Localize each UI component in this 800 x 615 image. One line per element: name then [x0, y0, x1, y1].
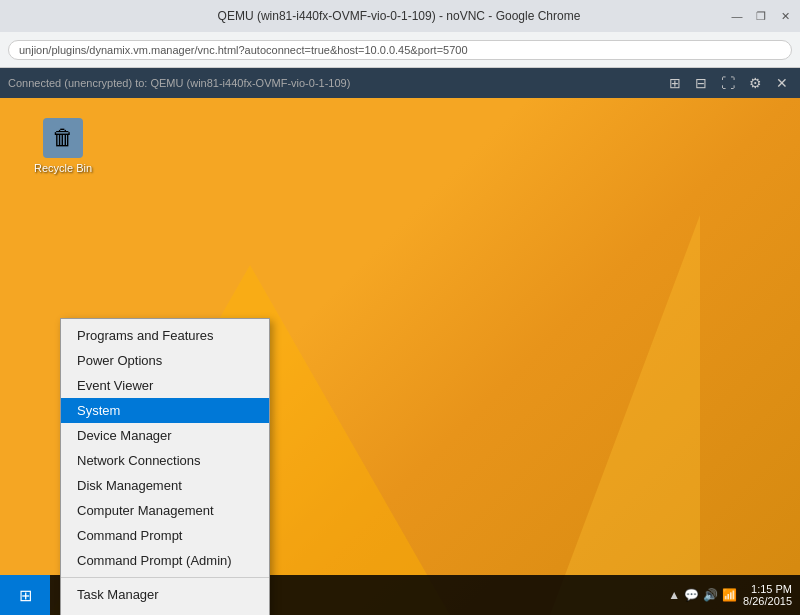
- menu-item-task-manager[interactable]: Task Manager: [61, 582, 269, 607]
- context-menu: Programs and Features Power Options Even…: [60, 318, 270, 615]
- maximize-button[interactable]: ❐: [754, 9, 768, 23]
- address-bar[interactable]: unjion/plugins/dynamix.vm.manager/vnc.ht…: [8, 40, 792, 60]
- minimize-button[interactable]: —: [730, 9, 744, 23]
- system-tray: ▲ 💬 🔊 📶: [668, 588, 737, 602]
- tray-volume-icon[interactable]: 🔊: [703, 588, 718, 602]
- tray-expand-icon[interactable]: ▲: [668, 588, 680, 602]
- menu-item-command-prompt-admin[interactable]: Command Prompt (Admin): [61, 548, 269, 573]
- novnc-fullscreen-button[interactable]: ⊞: [665, 73, 685, 93]
- start-button[interactable]: ⊞: [0, 575, 50, 615]
- novnc-close-button[interactable]: ✕: [772, 73, 792, 93]
- tray-network-icon[interactable]: 📶: [722, 588, 737, 602]
- recycle-bin-label: Recycle Bin: [34, 162, 92, 174]
- menu-item-computer-management[interactable]: Computer Management: [61, 498, 269, 523]
- clock-time: 1:15 PM: [751, 583, 792, 595]
- menu-item-disk-management[interactable]: Disk Management: [61, 473, 269, 498]
- tray-chat-icon[interactable]: 💬: [684, 588, 699, 602]
- novnc-expand-button[interactable]: ⛶: [717, 73, 739, 93]
- menu-item-device-manager[interactable]: Device Manager: [61, 423, 269, 448]
- menu-item-power-options[interactable]: Power Options: [61, 348, 269, 373]
- novnc-status: Connected (unencrypted) to: QEMU (win81-…: [8, 77, 350, 89]
- menu-item-control-panel[interactable]: Control Panel: [61, 607, 269, 615]
- menu-item-event-viewer[interactable]: Event Viewer: [61, 373, 269, 398]
- novnc-settings-button[interactable]: ⚙: [745, 73, 766, 93]
- desktop-decoration-2: [550, 215, 700, 615]
- close-button[interactable]: ✕: [778, 9, 792, 23]
- clock-date: 8/26/2015: [743, 595, 792, 607]
- menu-item-programs-features[interactable]: Programs and Features: [61, 323, 269, 348]
- recycle-bin-image: 🗑: [43, 118, 83, 158]
- menu-separator-1: [61, 577, 269, 578]
- novnc-minimize-button[interactable]: ⊟: [691, 73, 711, 93]
- desktop: 🗑 Recycle Bin Programs and Features Powe…: [0, 98, 800, 615]
- recycle-bin-icon[interactable]: 🗑 Recycle Bin: [28, 118, 98, 174]
- menu-item-system[interactable]: System: [61, 398, 269, 423]
- menu-item-network-connections[interactable]: Network Connections: [61, 448, 269, 473]
- clock[interactable]: 1:15 PM 8/26/2015: [743, 583, 792, 607]
- taskbar-right: ▲ 💬 🔊 📶 1:15 PM 8/26/2015: [660, 583, 800, 607]
- menu-item-command-prompt[interactable]: Command Prompt: [61, 523, 269, 548]
- browser-title: QEMU (win81-i440fx-OVMF-vio-0-1-109) - n…: [68, 9, 730, 23]
- start-icon: ⊞: [19, 586, 32, 605]
